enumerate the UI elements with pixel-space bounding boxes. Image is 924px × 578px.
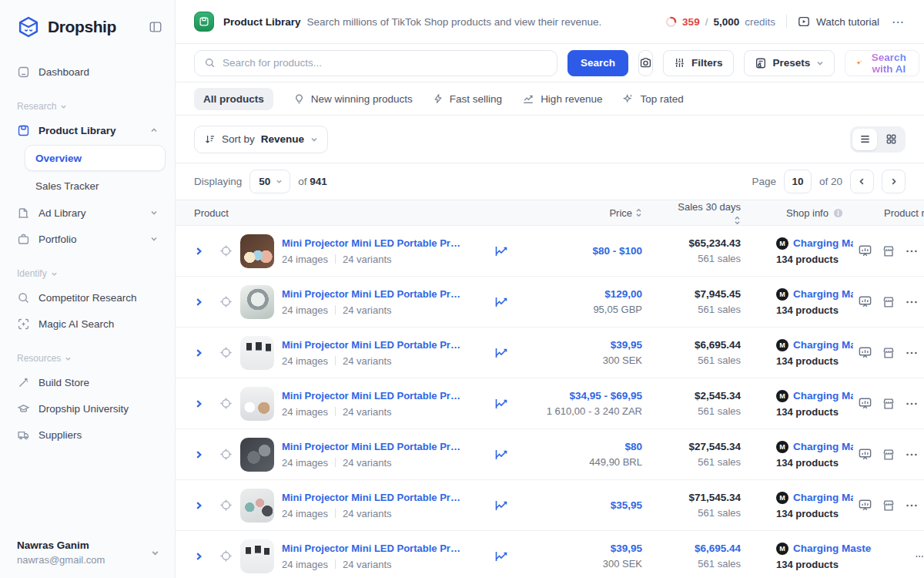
product-image[interactable]	[240, 489, 274, 523]
row-expand-button[interactable]	[194, 501, 211, 510]
storefront-icon[interactable]	[882, 397, 896, 411]
shop-name[interactable]: Charging Master	[793, 441, 853, 452]
chip-all-products[interactable]: All products	[194, 88, 273, 110]
chip-fast-selling[interactable]: Fast selling	[433, 93, 502, 105]
storefront-icon[interactable]	[882, 499, 896, 512]
sales-chart-icon[interactable]	[494, 396, 509, 412]
chip-top-rated[interactable]: Top rated	[622, 93, 683, 105]
image-search-button[interactable]	[638, 50, 653, 76]
sales-chart-icon[interactable]	[494, 345, 509, 361]
storefront-icon[interactable]	[882, 295, 896, 309]
row-expand-button[interactable]	[194, 247, 211, 256]
collapse-sidebar-icon[interactable]	[149, 20, 162, 34]
track-product-button[interactable]	[211, 499, 240, 512]
row-more-menu-icon[interactable]	[905, 499, 919, 512]
sidebar-item-sales-tracker[interactable]: Sales Tracker	[25, 173, 166, 198]
track-product-button[interactable]	[211, 549, 240, 563]
presets-button[interactable]: Presets	[744, 50, 835, 76]
shop-name[interactable]: Charging Master	[793, 288, 853, 300]
next-page-button[interactable]	[882, 170, 906, 193]
product-image[interactable]	[240, 234, 274, 268]
view-analytics-icon[interactable]	[858, 498, 872, 512]
product-image[interactable]	[240, 438, 274, 472]
product-title[interactable]: Mini Projector Mini LED Portable Project…	[282, 492, 462, 503]
view-analytics-icon[interactable]	[858, 396, 872, 411]
search-with-ai-button[interactable]: Search with AI	[845, 50, 919, 76]
track-product-button[interactable]	[211, 295, 240, 308]
track-product-button[interactable]	[211, 397, 240, 410]
column-sales-30-days[interactable]: Sales 30 days	[642, 201, 741, 225]
row-expand-button[interactable]	[194, 348, 211, 358]
filters-button[interactable]: Filters	[663, 50, 734, 76]
row-more-menu-icon[interactable]	[905, 244, 919, 258]
row-more-menu-icon[interactable]	[915, 549, 924, 563]
view-analytics-icon[interactable]	[858, 447, 872, 462]
row-more-menu-icon[interactable]	[905, 346, 919, 360]
product-image[interactable]	[240, 336, 274, 370]
row-expand-button[interactable]	[194, 297, 211, 307]
track-product-button[interactable]	[211, 244, 240, 257]
sidebar-item-suppliers[interactable]: Suppliers	[9, 422, 166, 448]
sales-chart-icon[interactable]	[494, 549, 509, 564]
shop-name[interactable]: Charging Master	[793, 339, 853, 351]
sort-by-button[interactable]: Sort by Revenue	[194, 126, 328, 153]
row-expand-button[interactable]	[194, 552, 211, 561]
sidebar-item-product-library[interactable]: Product Library	[9, 117, 166, 143]
storefront-icon[interactable]	[882, 346, 896, 360]
shop-name[interactable]: Charging Master	[793, 390, 853, 402]
storefront-icon[interactable]	[882, 244, 896, 258]
sales-chart-icon[interactable]	[494, 294, 509, 310]
product-title[interactable]: Mini Projector Mini LED Portable Project…	[282, 543, 462, 554]
product-title[interactable]: Mini Projector Mini LED Portable Project…	[282, 390, 462, 402]
shop-name[interactable]: Charging Master	[793, 543, 872, 554]
section-resources[interactable]: Resources	[9, 353, 166, 364]
search-input[interactable]	[223, 57, 547, 69]
product-image[interactable]	[240, 285, 274, 319]
sidebar-item-dropship-university[interactable]: Dropship University	[9, 395, 166, 422]
shop-name[interactable]: Charging Master	[793, 492, 853, 503]
watch-tutorial-button[interactable]: Watch tutorial	[798, 15, 879, 28]
search-field[interactable]	[194, 50, 557, 76]
page-number-input[interactable]	[784, 170, 812, 193]
shop-name[interactable]: Charging Master	[793, 237, 853, 249]
section-research[interactable]: Research	[9, 101, 166, 112]
product-title[interactable]: Mini Projector Mini LED Portable Project…	[282, 339, 462, 351]
page-size-select[interactable]: 50	[249, 170, 290, 193]
product-image[interactable]	[240, 539, 274, 573]
track-product-button[interactable]	[211, 346, 240, 359]
sidebar-item-competitor-research[interactable]: Competitor Research	[9, 284, 166, 311]
previous-page-button[interactable]	[850, 170, 874, 193]
view-analytics-icon[interactable]	[858, 294, 872, 309]
sidebar-item-build-store[interactable]: Build Store	[9, 369, 166, 395]
product-title[interactable]: Mini Projector Mini LED Portable Project…	[282, 237, 462, 249]
more-menu-icon[interactable]: ⋯	[890, 15, 906, 29]
list-view-button[interactable]	[852, 129, 877, 150]
row-more-menu-icon[interactable]	[905, 397, 919, 411]
product-title[interactable]: Mini Projector Mini LED Portable Project…	[282, 441, 462, 452]
info-icon[interactable]	[833, 208, 843, 218]
chip-high-revenue[interactable]: High revenue	[522, 92, 602, 105]
section-identify[interactable]: Identify	[9, 268, 166, 279]
product-image[interactable]	[240, 387, 274, 421]
sidebar-item-dashboard[interactable]: Dashboard	[9, 59, 166, 85]
storefront-icon[interactable]	[882, 448, 896, 462]
credits-counter[interactable]: 359 / 5,000 credits	[665, 16, 775, 28]
chip-new-winning-products[interactable]: New winning products	[293, 93, 413, 105]
track-product-button[interactable]	[211, 448, 240, 461]
user-menu[interactable]: Nawras Ganim nawras@gmail.com	[0, 529, 175, 578]
sidebar-item-magic-ai-search[interactable]: Magic AI Search	[9, 311, 166, 337]
sales-chart-icon[interactable]	[494, 244, 509, 259]
sidebar-item-ad-library[interactable]: Ad Library	[9, 200, 166, 226]
sales-chart-icon[interactable]	[494, 498, 509, 513]
row-more-menu-icon[interactable]	[905, 448, 919, 462]
row-expand-button[interactable]	[194, 399, 211, 408]
column-price[interactable]: Price	[536, 207, 642, 219]
sidebar-item-portfolio[interactable]: Portfolio	[9, 226, 166, 252]
search-button[interactable]: Search	[567, 50, 628, 76]
sales-chart-icon[interactable]	[494, 447, 509, 462]
view-analytics-icon[interactable]	[858, 345, 872, 360]
product-title[interactable]: Mini Projector Mini LED Portable Project…	[282, 288, 462, 300]
view-analytics-icon[interactable]	[858, 244, 872, 258]
grid-view-button[interactable]	[879, 129, 903, 150]
row-expand-button[interactable]	[194, 450, 211, 459]
